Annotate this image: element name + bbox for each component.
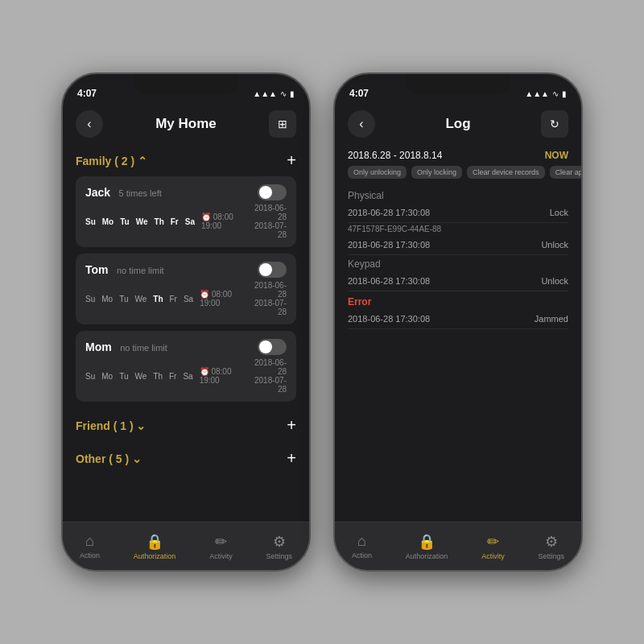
user-jack-toggle[interactable]: [258, 184, 287, 200]
authorization-icon: 🔒: [146, 533, 163, 551]
user-jack-dates: 2018-06-282018-07-28: [253, 204, 287, 239]
user-jack-days: Su Mo Tu We Th Fr Sa ⏰ 08:00 19:00 2018-…: [85, 204, 287, 239]
log-error-title: Error: [348, 291, 568, 309]
phone-1-screen: 4:07 ▲▲▲ ∿ ▮ ‹ My Home ⊞ Family ( 2 ) ⌃ …: [63, 74, 309, 570]
phone-1-bottom-nav: ⌂ Action 🔒 Authorization ✏ Activity ⚙ Se…: [63, 522, 309, 570]
log-action-e1: Jammed: [535, 314, 568, 324]
settings-icon-2: ⚙: [545, 533, 558, 551]
filter-clear-app[interactable]: Clear app records: [550, 166, 581, 179]
log-device-id: 47F1578F-E99C-44AE-88: [348, 223, 568, 235]
user-tom-time: ⏰ 08:00 19:00: [200, 290, 246, 308]
battery-icon: ▮: [290, 89, 295, 98]
settings-label: Settings: [266, 552, 293, 560]
signal-icon-2: ▲▲▲: [525, 89, 549, 98]
filter-clear-device[interactable]: Clear device records: [467, 166, 545, 179]
phone-1-back-button[interactable]: ‹: [76, 110, 103, 138]
phone-2-nav-action[interactable]: ⌂ Action: [352, 533, 372, 559]
user-card-tom: Tom no time limit Su Mo Tu We Th Fr Sa ⏰…: [76, 254, 296, 324]
activity-label-2: Activity: [481, 552, 505, 560]
log-now-label: NOW: [545, 150, 568, 161]
user-mom-toggle[interactable]: [258, 339, 287, 355]
authorization-label: Authorization: [134, 552, 176, 560]
user-tom-days: Su Mo Tu We Th Fr Sa ⏰ 08:00 19:00 2018-…: [85, 281, 287, 316]
signal-icon: ▲▲▲: [253, 89, 277, 98]
phone-2-nav-authorization[interactable]: 🔒 Authorization: [406, 533, 448, 560]
phone-1-nav-activity[interactable]: ✏ Activity: [209, 533, 233, 560]
friend-title: Friend ( 1 ) ⌄: [76, 419, 146, 432]
phone-1-grid-button[interactable]: ⊞: [269, 110, 296, 138]
phone-1-nav-action[interactable]: ⌂ Action: [80, 533, 100, 559]
log-physical-title: Physical: [348, 187, 568, 203]
log-action-p1: Lock: [550, 208, 568, 217]
phone-1: 4:07 ▲▲▲ ∿ ▮ ‹ My Home ⊞ Family ( 2 ) ⌃ …: [61, 72, 311, 572]
log-entry-physical-2: 2018-06-28 17:30:08 Unlock: [348, 235, 568, 255]
phone-2: 4:07 ▲▲▲ ∿ ▮ ‹ Log ↻ 2018.6.28 - 2018.8.…: [333, 72, 583, 572]
log-date-range: 2018.6.28 - 2018.8.14: [348, 150, 442, 161]
user-tom-info: Tom no time limit: [85, 262, 164, 277]
user-jack-name: Jack: [85, 186, 110, 199]
activity-label: Activity: [209, 552, 233, 560]
phone-2-nav-header: ‹ Log ↻: [335, 105, 581, 143]
filter-only-unlocking[interactable]: Only unlocking: [348, 166, 407, 179]
user-mom-row: Mom no time limit: [85, 339, 287, 355]
log-timestamp-p2: 2018-06-28 17:30:08: [348, 240, 430, 250]
authorization-label-2: Authorization: [406, 552, 448, 560]
phone-2-scroll: 2018.6.28 - 2018.8.14 NOW Only unlocking…: [335, 143, 581, 522]
log-filter-row: Only unlocking Only locking Clear device…: [348, 166, 568, 179]
activity-icon: ✏: [215, 533, 227, 551]
phone-2-nav-settings[interactable]: ⚙ Settings: [539, 533, 565, 560]
other-title: Other ( 5 ) ⌄: [76, 452, 142, 465]
log-timestamp-e1: 2018-06-28 17:30:08: [348, 314, 430, 324]
user-card-mom: Mom no time limit Su Mo Tu We Th Fr Sa ⏰…: [76, 331, 296, 402]
phone-1-notch: [134, 74, 238, 95]
user-mom-limit: no time limit: [120, 343, 167, 353]
log-timestamp-p1: 2018-06-28 17:30:08: [348, 208, 430, 217]
log-entry-physical-1: 2018-06-28 17:30:08 Lock: [348, 203, 568, 223]
phone-1-title: My Home: [155, 116, 217, 132]
phone-2-notch: [406, 74, 510, 95]
phone-2-nav-activity[interactable]: ✏ Activity: [481, 533, 505, 560]
action-icon-2: ⌂: [357, 533, 366, 550]
friend-add-button[interactable]: +: [287, 416, 296, 435]
family-section-header: Family ( 2 ) ⌃ +: [76, 143, 296, 176]
log-keypad-title: Keypad: [348, 255, 568, 271]
authorization-icon-2: 🔒: [418, 533, 436, 551]
action-label-2: Action: [352, 551, 372, 559]
phone-2-screen: 4:07 ▲▲▲ ∿ ▮ ‹ Log ↻ 2018.6.28 - 2018.8.…: [335, 74, 581, 570]
log-action-p2: Unlock: [541, 240, 568, 250]
user-jack-info: Jack 5 times left: [85, 185, 162, 200]
filter-only-locking[interactable]: Only locking: [411, 166, 462, 179]
log-entry-keypad-1: 2018-06-28 17:30:08 Unlock: [348, 271, 568, 291]
action-label: Action: [80, 551, 100, 559]
phone-2-time: 4:07: [349, 88, 369, 99]
user-tom-name: Tom: [85, 263, 109, 276]
log-entry-error-1: 2018-06-28 17:30:08 Jammed: [348, 309, 568, 329]
user-tom-dates: 2018-06-282018-07-28: [252, 281, 287, 316]
user-jack-row: Jack 5 times left: [85, 184, 287, 200]
family-add-button[interactable]: +: [287, 151, 296, 170]
user-card-jack: Jack 5 times left Su Mo Tu We Th Fr Sa ⏰…: [76, 176, 296, 247]
user-tom-limit: no time limit: [117, 266, 164, 275]
user-jack-time: ⏰ 08:00 19:00: [201, 213, 246, 230]
user-tom-toggle[interactable]: [258, 262, 287, 278]
wifi-icon: ∿: [280, 89, 287, 98]
phone-2-bottom-nav: ⌂ Action 🔒 Authorization ✏ Activity ⚙ Se…: [335, 522, 581, 570]
user-mom-days: Su Mo Tu We Th Fr Sa ⏰ 08:00 19:00 2018-…: [85, 358, 287, 394]
battery-icon-2: ▮: [562, 89, 567, 98]
phone-1-nav-header: ‹ My Home ⊞: [63, 105, 309, 143]
other-add-button[interactable]: +: [287, 449, 296, 468]
family-title: Family ( 2 ) ⌃: [76, 155, 147, 167]
user-mom-name: Mom: [85, 341, 112, 353]
phone-2-refresh-button[interactable]: ↻: [541, 110, 568, 138]
phone-1-nav-authorization[interactable]: 🔒 Authorization: [134, 533, 176, 560]
phone-2-back-button[interactable]: ‹: [348, 110, 375, 138]
phone-1-nav-settings[interactable]: ⚙ Settings: [266, 533, 293, 560]
phone-1-scroll: Family ( 2 ) ⌃ + Jack 5 times left Su: [63, 143, 309, 522]
user-jack-limit: 5 times left: [119, 188, 162, 198]
other-section-header: Other ( 5 ) ⌄ +: [76, 441, 296, 474]
user-mom-time: ⏰ 08:00 19:00: [200, 367, 246, 385]
activity-icon-2: ✏: [487, 533, 499, 551]
action-icon: ⌂: [85, 533, 94, 550]
friend-section-header: Friend ( 1 ) ⌄ +: [76, 408, 296, 441]
log-date-row: 2018.6.28 - 2018.8.14 NOW: [348, 143, 568, 166]
